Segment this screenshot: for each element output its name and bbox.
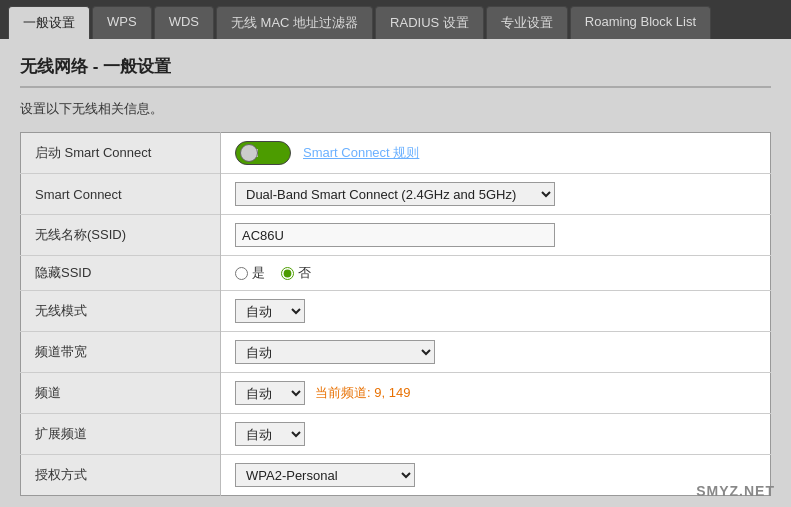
- channel-current-text: 当前频道: 9, 149: [315, 384, 410, 402]
- label-smart-connect-mode: Smart Connect: [21, 174, 221, 215]
- label-channel: 频道: [21, 373, 221, 414]
- tab-general[interactable]: 一般设置: [8, 6, 90, 39]
- channel-bw-select[interactable]: 自动 20 MHz 40 MHz 80 MHz: [235, 340, 435, 364]
- label-ssid: 无线名称(SSID): [21, 215, 221, 256]
- page-subtitle: 设置以下无线相关信息。: [20, 100, 771, 118]
- toggle-knob: [240, 144, 258, 162]
- cell-ssid: [221, 215, 771, 256]
- ext-channel-select[interactable]: 自动: [235, 422, 305, 446]
- label-auth-method: 授权方式: [21, 455, 221, 496]
- smart-connect-toggle[interactable]: ON: [235, 141, 291, 165]
- auth-method-select[interactable]: WPA2-Personal Open WPA-Personal WPA2-Ent…: [235, 463, 415, 487]
- tab-roaming[interactable]: Roaming Block List: [570, 6, 711, 39]
- smart-connect-rules-link[interactable]: Smart Connect 规则: [303, 144, 419, 162]
- cell-smart-connect-toggle: ON Smart Connect 规则: [221, 133, 771, 174]
- row-smart-connect-mode: Smart Connect Dual-Band Smart Connect (2…: [21, 174, 771, 215]
- label-ext-channel: 扩展频道: [21, 414, 221, 455]
- label-smart-connect-toggle: 启动 Smart Connect: [21, 133, 221, 174]
- main-content: 无线网络 - 一般设置 设置以下无线相关信息。 启动 Smart Connect…: [0, 39, 791, 507]
- hide-ssid-no-label[interactable]: 否: [281, 264, 311, 282]
- cell-channel: 自动 当前频道: 9, 149: [221, 373, 771, 414]
- tab-mac-filter[interactable]: 无线 MAC 地址过滤器: [216, 6, 373, 39]
- tab-wps[interactable]: WPS: [92, 6, 152, 39]
- channel-row: 自动 当前频道: 9, 149: [235, 381, 756, 405]
- row-channel-bw: 频道带宽 自动 20 MHz 40 MHz 80 MHz: [21, 332, 771, 373]
- row-channel: 频道 自动 当前频道: 9, 149: [21, 373, 771, 414]
- ssid-input[interactable]: [235, 223, 555, 247]
- hide-ssid-yes-radio[interactable]: [235, 267, 248, 280]
- cell-smart-connect-mode: Dual-Band Smart Connect (2.4GHz and 5GHz…: [221, 174, 771, 215]
- label-channel-bw: 频道带宽: [21, 332, 221, 373]
- smart-connect-select[interactable]: Dual-Band Smart Connect (2.4GHz and 5GHz…: [235, 182, 555, 206]
- hide-ssid-yes-text: 是: [252, 264, 265, 282]
- cell-ext-channel: 自动: [221, 414, 771, 455]
- toggle-container: ON Smart Connect 规则: [235, 141, 756, 165]
- settings-table: 启动 Smart Connect ON Smart Connect 规则 Sma…: [20, 132, 771, 496]
- label-wireless-mode: 无线模式: [21, 291, 221, 332]
- row-auth-method: 授权方式 WPA2-Personal Open WPA-Personal WPA…: [21, 455, 771, 496]
- tab-advanced[interactable]: 专业设置: [486, 6, 568, 39]
- cell-channel-bw: 自动 20 MHz 40 MHz 80 MHz: [221, 332, 771, 373]
- tab-radius[interactable]: RADIUS 设置: [375, 6, 484, 39]
- hide-ssid-no-text: 否: [298, 264, 311, 282]
- label-hide-ssid: 隐藏SSID: [21, 256, 221, 291]
- wireless-mode-select[interactable]: 自动: [235, 299, 305, 323]
- cell-hide-ssid: 是 否: [221, 256, 771, 291]
- tab-wds[interactable]: WDS: [154, 6, 214, 39]
- hide-ssid-yes-label[interactable]: 是: [235, 264, 265, 282]
- cell-auth-method: WPA2-Personal Open WPA-Personal WPA2-Ent…: [221, 455, 771, 496]
- row-smart-connect-toggle: 启动 Smart Connect ON Smart Connect 规则: [21, 133, 771, 174]
- hide-ssid-no-radio[interactable]: [281, 267, 294, 280]
- page-title: 无线网络 - 一般设置: [20, 55, 771, 88]
- tab-bar: 一般设置WPSWDS无线 MAC 地址过滤器RADIUS 设置专业设置Roami…: [0, 0, 791, 39]
- row-hide-ssid: 隐藏SSID 是 否: [21, 256, 771, 291]
- hide-ssid-radio-group: 是 否: [235, 264, 756, 282]
- cell-wireless-mode: 自动: [221, 291, 771, 332]
- row-ext-channel: 扩展频道 自动: [21, 414, 771, 455]
- row-wireless-mode: 无线模式 自动: [21, 291, 771, 332]
- channel-select[interactable]: 自动: [235, 381, 305, 405]
- row-ssid: 无线名称(SSID): [21, 215, 771, 256]
